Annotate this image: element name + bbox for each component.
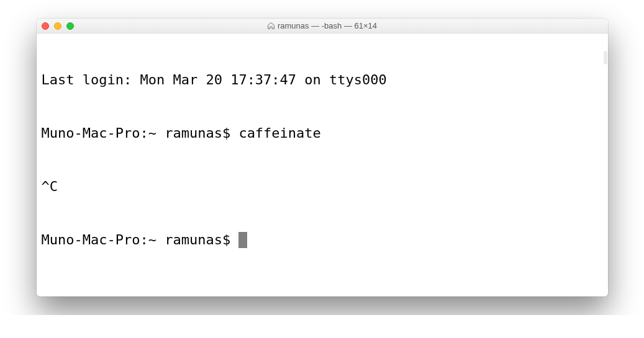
cursor [238, 232, 247, 247]
terminal-prompt: Muno-Mac-Pro:~ ramunas$ [42, 232, 239, 247]
window-title-wrap: ramunas — -bash — 61×14 [37, 21, 608, 30]
scrollbar-thumb[interactable] [604, 51, 607, 64]
titlebar[interactable]: ramunas — -bash — 61×14 [37, 19, 608, 33]
minimize-button[interactable] [54, 22, 61, 30]
terminal-line: ^C [42, 178, 603, 196]
window-title: ramunas — -bash — 61×14 [278, 21, 377, 30]
terminal-line: Last login: Mon Mar 20 17:37:47 on ttys0… [42, 71, 603, 89]
close-button[interactable] [42, 22, 49, 30]
zoom-button[interactable] [66, 22, 74, 30]
terminal-window: ramunas — -bash — 61×14 Last login: Mon … [37, 19, 608, 296]
terminal-prompt-line: Muno-Mac-Pro:~ ramunas$ [42, 231, 603, 249]
traffic-lights [42, 22, 74, 30]
terminal-body[interactable]: Last login: Mon Mar 20 17:37:47 on ttys0… [37, 33, 608, 296]
terminal-line: Muno-Mac-Pro:~ ramunas$ caffeinate [42, 125, 603, 143]
home-icon [267, 22, 275, 30]
